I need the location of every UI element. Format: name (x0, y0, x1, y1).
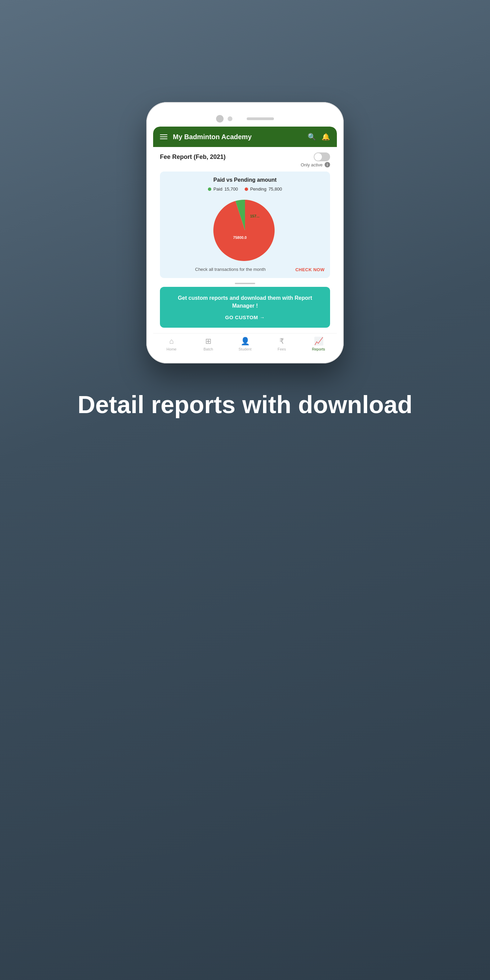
camera-dot (216, 115, 224, 123)
paid-label: Paid (213, 186, 222, 192)
scroll-indicator (235, 283, 255, 284)
pending-dot (245, 188, 248, 191)
hamburger-icon[interactable] (160, 134, 167, 139)
app-title: My Badminton Academy (173, 133, 302, 141)
custom-report-text: Get custom reports and download them wit… (167, 294, 323, 310)
chart-card: Paid vs Pending amount Paid 15,700 Pendi… (160, 172, 330, 278)
nav-home[interactable]: ⌂ Home (153, 337, 190, 351)
nav-fees[interactable]: ₹ Fees (263, 337, 300, 351)
legend-paid: Paid 15,700 (208, 186, 238, 192)
nav-batch[interactable]: ⊞ Batch (190, 337, 227, 351)
transactions-text: Check all transactions for the month (165, 266, 295, 272)
phone-frame: My Badminton Academy 🔍 🔔 Fee Report (Feb… (146, 102, 344, 363)
fee-report-title: Fee Report (Feb, 2021) (160, 153, 226, 161)
search-icon[interactable]: 🔍 (308, 133, 316, 141)
speaker-bar (247, 118, 274, 120)
info-icon[interactable]: i (325, 162, 330, 167)
pie-chart-svg: 157... 75800.0 (211, 196, 279, 264)
active-toggle[interactable] (314, 153, 330, 161)
paid-pie-label: 157... (250, 214, 259, 218)
paid-value: 15,700 (224, 186, 238, 192)
custom-report-banner: Get custom reports and download them wit… (160, 287, 330, 328)
student-icon: 👤 (240, 337, 250, 346)
fees-label: Fees (278, 347, 286, 351)
chart-legend: Paid 15,700 Pending 75,800 (165, 186, 325, 192)
transactions-row: Check all transactions for the month CHE… (165, 266, 325, 272)
fees-icon: ₹ (279, 337, 284, 346)
bottom-tagline: Detail reports with download (57, 391, 433, 419)
only-active-row: Only active i (160, 162, 330, 167)
reports-label: Reports (312, 347, 325, 351)
nav-student[interactable]: 👤 Student (227, 337, 263, 351)
check-now-button[interactable]: CHECK NOW (295, 267, 325, 272)
paid-dot (208, 188, 211, 191)
batch-icon: ⊞ (205, 337, 211, 346)
phone-notch (153, 112, 337, 127)
batch-label: Batch (204, 347, 213, 351)
reports-icon: 📈 (314, 337, 323, 346)
chart-title: Paid vs Pending amount (165, 177, 325, 183)
go-custom-button[interactable]: GO CUSTOM → (167, 314, 323, 320)
home-icon: ⌂ (169, 337, 173, 346)
nav-reports[interactable]: 📈 Reports (300, 337, 337, 351)
pie-chart-wrapper: 157... 75800.0 (165, 196, 325, 264)
sensor-dot (228, 116, 232, 121)
phone-screen: My Badminton Academy 🔍 🔔 Fee Report (Feb… (153, 127, 337, 353)
fee-report-row: Fee Report (Feb, 2021) (160, 153, 330, 161)
student-label: Student (239, 347, 251, 351)
phone-container: My Badminton Academy 🔍 🔔 Fee Report (Feb… (146, 102, 344, 363)
app-header: My Badminton Academy 🔍 🔔 (153, 127, 337, 147)
pending-pie-label: 75800.0 (233, 235, 247, 240)
only-active-label: Only active (301, 162, 323, 167)
home-label: Home (166, 347, 176, 351)
bell-icon[interactable]: 🔔 (321, 133, 330, 141)
toggle-slider[interactable] (314, 153, 330, 161)
pending-value: 75,800 (269, 186, 282, 192)
legend-pending: Pending 75,800 (245, 186, 282, 192)
bottom-nav: ⌂ Home ⊞ Batch 👤 Student ₹ Fees 📈 Re (153, 333, 337, 353)
pending-label: Pending (250, 186, 266, 192)
app-content: Fee Report (Feb, 2021) Only active i Pai… (153, 147, 337, 333)
